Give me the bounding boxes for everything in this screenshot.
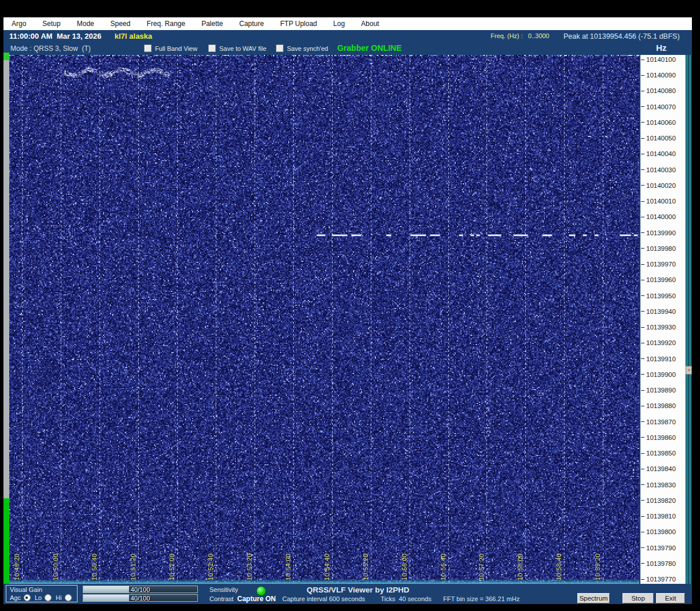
checkbox-icon[interactable]	[144, 45, 152, 52]
time-label: 10:56:40	[440, 553, 447, 580]
peak-readout: Peak at 10139954.456 (-75.1 dBFS)	[563, 32, 680, 40]
menu-item-log[interactable]: Log	[325, 20, 353, 28]
main-area: 10:49:2010:50:0010:50:4010:51:2010:52:00…	[3, 55, 692, 584]
menu-item-palette[interactable]: Palette	[193, 20, 231, 28]
waterfall-display	[9, 55, 639, 584]
checkbox-icon[interactable]	[276, 45, 283, 52]
freq-tick-mark	[641, 406, 644, 406]
freq-label: 10140020	[641, 182, 676, 190]
freq-label: 10139910	[641, 355, 676, 363]
freq-label-text: 10140010	[646, 198, 676, 205]
freq-label-text: 10140030	[646, 166, 676, 173]
checkbox-label: Save to WAV file	[219, 45, 266, 52]
freq-label-text: 10139920	[646, 339, 676, 346]
visual-gain-label: Visual Gain	[10, 586, 42, 593]
menu-item-about[interactable]: About	[353, 20, 387, 28]
sensitivity-slider[interactable]: 40/100	[83, 586, 198, 593]
freq-tick-mark	[641, 295, 644, 296]
menu-item-speed[interactable]: Speed	[102, 20, 139, 28]
freq-tick-mark	[641, 248, 644, 249]
time-label: 10:58:00	[517, 553, 524, 580]
time-label: 10:50:40	[91, 553, 98, 580]
menu-item-ftp-upload[interactable]: FTP Upload	[272, 20, 325, 28]
time-label: 10:56:00	[401, 553, 408, 580]
freq-tick-mark	[641, 264, 644, 265]
contrast-slider[interactable]: 40/100	[83, 594, 198, 602]
progress-fill	[3, 498, 9, 584]
freq-tick-mark	[641, 516, 644, 517]
freq-label: 10139810	[641, 512, 676, 520]
freq-label-text: 10139850	[646, 450, 676, 457]
checkbox-save-to-wav-file[interactable]: Save to WAV file	[208, 45, 266, 52]
freq-label: 10140080	[641, 87, 676, 95]
freq-label-text: 10140020	[646, 182, 676, 189]
freq-tick-mark	[641, 91, 644, 91]
freq-label-text: 10139940	[646, 308, 676, 315]
freq-label-text: 10139780	[646, 560, 676, 567]
time-label: 10:51:20	[130, 553, 137, 580]
radio-hi[interactable]: Hi	[56, 594, 71, 601]
menu-item-capture[interactable]: Capture	[231, 20, 272, 28]
freq-label: 10139840	[641, 465, 676, 473]
radio-circle-icon[interactable]	[45, 594, 51, 601]
freq-tick-mark	[641, 154, 644, 154]
checkbox-icon[interactable]	[208, 45, 216, 52]
freq-label-text: 10140040	[646, 150, 676, 157]
freq-tick-mark	[641, 138, 644, 139]
freq-tick-mark	[641, 75, 644, 76]
freq-label-text: 10139770	[646, 576, 676, 583]
sensitivity-label: Sensitivity	[209, 586, 238, 593]
freq-range-readout: Freq. (Hz) : 0..3000	[491, 32, 549, 39]
time-label: 10:54:00	[285, 553, 292, 580]
freq-tick-mark	[641, 469, 644, 469]
freq-label-text: 10139960	[646, 276, 676, 283]
freq-label-text: 10140070	[646, 103, 676, 110]
freq-label: 10139960	[641, 276, 676, 284]
freq-tick-mark	[641, 343, 644, 343]
menu-item-setup[interactable]: Setup	[34, 20, 68, 28]
checkbox-save-synch-ed[interactable]: Save synch'ed	[276, 45, 328, 52]
freq-label: 10140060	[641, 119, 676, 127]
frequency-unit-label: Hz	[656, 43, 666, 53]
freq-label: 10139880	[641, 402, 676, 410]
menu-item-freq-range[interactable]: Freq. Range	[138, 20, 193, 28]
freq-label-text: 10139930	[646, 324, 676, 331]
checkbox-full-band-view[interactable]: Full Band View	[144, 45, 197, 52]
ticks-info-label: Ticks 40 seconds	[381, 595, 432, 602]
radio-agc[interactable]: Agc	[10, 594, 31, 601]
freq-label-text: 10139970	[646, 261, 676, 268]
freq-tick-mark	[641, 327, 644, 328]
freq-label: 10139990	[641, 229, 676, 237]
freq-tick-mark	[641, 547, 644, 548]
freq-tick-mark	[641, 453, 644, 454]
time-label: 10:49:20	[13, 553, 20, 580]
stop-button[interactable]: Stop	[622, 593, 654, 603]
freq-label: 10139950	[641, 292, 676, 300]
scrollbar-thumb[interactable]	[686, 366, 692, 375]
radio-circle-icon[interactable]	[65, 594, 72, 601]
contrast-value: 40/100	[131, 595, 150, 602]
radio-circle-icon[interactable]	[24, 594, 31, 601]
freq-tick-mark	[641, 122, 644, 123]
frequency-scale: 1014010010140090101400801014007010140060…	[640, 55, 686, 584]
time-label: 10:52:40	[207, 553, 214, 580]
freq-tick-mark	[641, 232, 644, 233]
spectrum-button[interactable]: Spectrum	[577, 593, 610, 603]
freq-tick-mark	[641, 484, 644, 485]
freq-label: 10139820	[641, 497, 676, 505]
freq-label: 10139930	[641, 323, 676, 331]
radio-lo[interactable]: Lo	[35, 594, 51, 601]
exit-button[interactable]: Exit	[656, 593, 685, 603]
freq-tick-mark	[641, 358, 644, 359]
visual-gain-group: Visual Gain AgcLoHi	[6, 585, 78, 602]
freq-label-text: 10140060	[646, 119, 676, 126]
time-label: 10:58:40	[555, 553, 562, 580]
radio-label: Agc	[10, 594, 21, 601]
frequency-scrollbar[interactable]	[686, 55, 692, 584]
contrast-slider-fill	[83, 595, 129, 601]
freq-tick-mark	[641, 374, 644, 375]
menu-item-argo[interactable]: Argo	[3, 20, 34, 28]
freq-tick-mark	[641, 60, 644, 60]
freq-tick-mark	[641, 106, 644, 107]
menu-item-mode[interactable]: Mode	[69, 20, 102, 28]
